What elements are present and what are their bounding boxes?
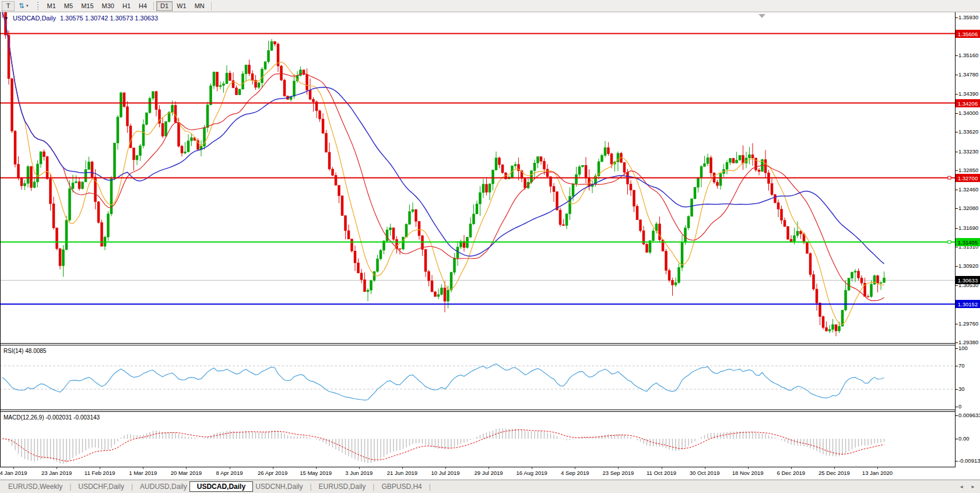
axis-tick-label: 100: [958, 345, 968, 352]
axis-tick: [956, 75, 958, 75]
date-label: 10 Jul 2019: [431, 470, 459, 476]
date-label: 30 Oct 2019: [690, 470, 720, 476]
axis-tick: [956, 208, 958, 209]
timeframe-toolbar: M1M5M15M30H1H4D1W1MN: [43, 1, 214, 11]
axis-tick-label: 1.32460: [958, 186, 978, 193]
chart-tab-eurusd-weekly[interactable]: EURUSD,Weekly: [6, 482, 65, 491]
date-tick: [186, 467, 187, 469]
axis-tick: [956, 324, 958, 324]
axis-tick-label: 1.34780: [958, 71, 978, 78]
date-label: 16 Aug 2019: [517, 470, 547, 476]
date-label: 1 Mar 2019: [129, 470, 157, 476]
tab-separator: |: [310, 482, 311, 491]
macd-panel[interactable]: MACD(12,26,9) -0.002031 -0.003143: [0, 411, 955, 467]
axis-tick: [956, 415, 958, 416]
timeframe-button-M1[interactable]: M1: [43, 1, 60, 11]
chart-tab-bar: EURUSD,Weekly|USDCHF,Daily|AUDUSD,DailyU…: [0, 480, 980, 493]
axis-tick: [956, 113, 958, 114]
date-tick: [662, 467, 662, 469]
date-label: 23 Jan 2019: [41, 470, 72, 476]
chart-tab-usdcnh-daily[interactable]: USDCNH,Daily: [253, 482, 305, 491]
chart-tab-gbpusd-h4[interactable]: GBPUSD,H4: [379, 482, 424, 491]
current-price-tag: 1.30633: [956, 276, 980, 284]
axis-tick: [956, 190, 958, 190]
tab-scroll-left-icon[interactable]: ◄: [959, 484, 964, 489]
hline-price-tag: 1.32700: [956, 174, 980, 182]
date-label: 18 Nov 2019: [732, 470, 764, 476]
chart-shift-marker-icon[interactable]: [758, 14, 765, 18]
date-tick: [618, 467, 619, 469]
date-tick: [489, 467, 489, 469]
hline-price-tag: 1.30152: [956, 300, 980, 308]
axis-tick-label: 1.33620: [958, 128, 978, 135]
hline-price-tag: 1.34206: [956, 99, 980, 107]
axis-tick-label: 1.34390: [958, 90, 978, 97]
date-label: 26 Apr 2019: [258, 470, 287, 476]
axis-tick-label: 30: [958, 386, 965, 393]
chart-title: ▼ USDCAD,Daily 1.30575 1.30742 1.30573 1…: [4, 15, 158, 22]
timeframe-button-H4[interactable]: H4: [135, 1, 151, 11]
mt4-terminal: { "toolbar": { "text_tool": "T", "swap_i…: [0, 0, 980, 493]
timeframe-button-W1[interactable]: W1: [173, 1, 191, 11]
price-axis[interactable]: 1.359301.355501.351601.347801.343901.340…: [956, 0, 980, 478]
chart-tab-eurusd-daily[interactable]: EURUSD,Daily: [317, 482, 368, 491]
toolbar: T ⇅ ▾ M1M5M15M30H1H4D1W1MN: [0, 0, 980, 12]
axis-tick-label: 1.34000: [958, 110, 978, 117]
symbol-dropdown-icon[interactable]: ▼: [4, 16, 9, 21]
date-label: 15 May 2019: [300, 470, 332, 476]
axis-tick: [956, 407, 958, 407]
timeframe-button-MN[interactable]: MN: [191, 1, 209, 11]
macd-chart[interactable]: [0, 412, 955, 467]
toolbar-separator: [211, 2, 212, 11]
axis-tick: [956, 132, 958, 132]
timeframe-button-D1[interactable]: D1: [156, 1, 173, 11]
date-tick: [445, 467, 446, 469]
chart-tab-audusd-daily[interactable]: AUDUSD,Daily: [138, 482, 189, 491]
axis-tick-label: 1.32080: [958, 205, 978, 212]
tab-separator: |: [131, 482, 133, 491]
candlestick-chart[interactable]: [0, 12, 955, 343]
toolbar-separator: [153, 2, 154, 11]
date-axis[interactable]: 4 Jan 201923 Jan 201911 Feb 20191 Mar 20…: [0, 467, 955, 479]
rsi-label: RSI(14) 48.0085: [3, 348, 46, 354]
date-tick: [705, 467, 705, 469]
timeframe-button-H1[interactable]: H1: [118, 1, 135, 11]
chart-ohlc: 1.30575 1.30742 1.30573 1.30633: [60, 15, 158, 22]
chart-tabs: EURUSD,Weekly|USDCHF,Daily|AUDUSD,DailyU…: [6, 481, 435, 492]
date-tick: [273, 467, 273, 469]
timeframe-button-M30[interactable]: M30: [98, 1, 118, 11]
date-label: 20 Mar 2019: [171, 470, 202, 476]
axis-tick-label: 1.33230: [958, 148, 978, 155]
axis-tick: [956, 18, 958, 18]
axis-tick-label: 1.29760: [958, 320, 978, 327]
swap-arrows-button[interactable]: ⇅ ▾: [15, 1, 33, 11]
chart-tab-usdcad-daily[interactable]: USDCAD,Daily: [189, 481, 253, 492]
date-label: 4 Jan 2019: [0, 470, 27, 476]
date-label: 11 Feb 2019: [85, 470, 115, 476]
timeframe-button-M15[interactable]: M15: [77, 1, 97, 11]
tab-scroll-right-icon[interactable]: ►: [971, 484, 975, 489]
date-tick: [575, 467, 575, 469]
date-tick: [791, 467, 792, 469]
axis-tick: [956, 389, 958, 390]
rsi-panel[interactable]: RSI(14) 48.0085: [0, 345, 955, 410]
chart-left-border: [0, 12, 1, 467]
text-tool-button[interactable]: T: [2, 1, 15, 11]
axis-tick-label: 1.30920: [958, 263, 978, 270]
rsi-chart[interactable]: [0, 345, 955, 410]
axis-tick-label: 1.35160: [958, 52, 978, 59]
chart-tab-usdchf-daily[interactable]: USDCHF,Daily: [76, 482, 127, 491]
date-tick: [359, 467, 360, 469]
axis-tick: [956, 55, 958, 56]
axis-tick: [956, 228, 958, 229]
date-tick: [100, 467, 100, 469]
date-tick: [13, 467, 14, 469]
tab-separator: |: [373, 482, 374, 491]
date-tick: [57, 467, 57, 469]
axis-tick: [956, 461, 958, 461]
price-chart-panel[interactable]: [0, 12, 955, 344]
axis-tick-label: 70: [958, 362, 965, 369]
date-tick: [402, 467, 403, 469]
timeframe-button-M5[interactable]: M5: [60, 1, 77, 11]
date-label: 11 Oct 2019: [647, 470, 676, 476]
